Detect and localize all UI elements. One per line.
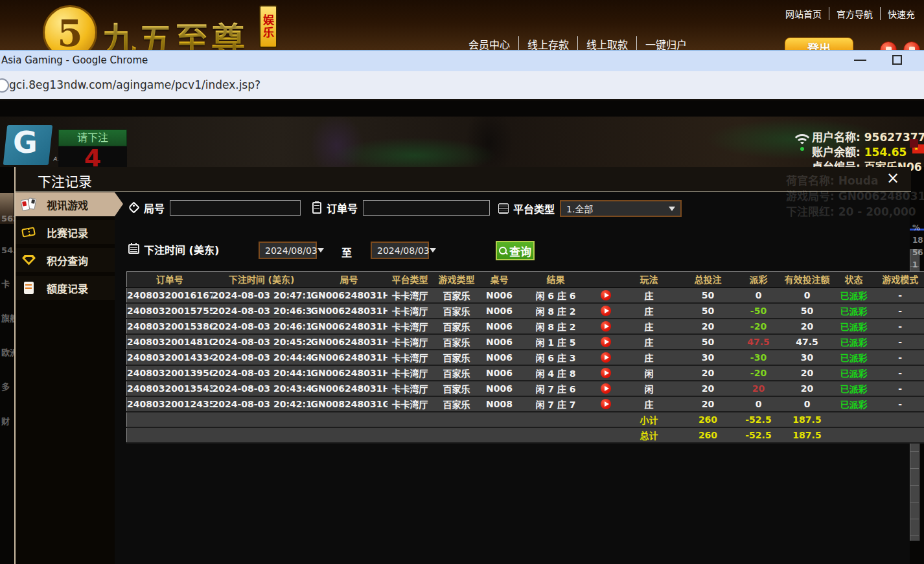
- top-link[interactable]: 快速充: [880, 7, 915, 20]
- wifi-signal-icon: [792, 134, 814, 151]
- tag-icon: [128, 201, 141, 214]
- logout-button[interactable]: 登出: [785, 38, 853, 50]
- total-row-cell-mode: [875, 427, 924, 443]
- play-video-icon[interactable]: [601, 306, 611, 316]
- play-cell: [594, 319, 618, 334]
- cards-icon: [21, 197, 38, 212]
- order-input[interactable]: [363, 200, 490, 216]
- site-brand-badge: 娱乐: [259, 5, 277, 48]
- top-link[interactable]: 官方导航: [829, 7, 873, 20]
- subtotal-row-cell-valid: 187.5: [781, 412, 833, 427]
- query-button[interactable]: 查询: [496, 241, 535, 260]
- nav-link[interactable]: 线上存款: [518, 36, 569, 50]
- cell-bet: 20: [680, 381, 736, 396]
- cell-table: N006: [481, 334, 518, 350]
- cell-mode: -: [875, 303, 924, 319]
- sidebar-tab-label: 视讯游戏: [47, 197, 88, 212]
- play-video-icon[interactable]: [601, 399, 611, 409]
- subtotal-row-cell-status: [833, 412, 875, 427]
- minimize-button[interactable]: [854, 60, 866, 61]
- cell-game: 百家乐: [433, 381, 481, 396]
- date-to-select[interactable]: 2024/08/03: [371, 242, 429, 259]
- time-filter-label: 下注时间 (美东): [144, 242, 219, 257]
- date-to-label: 至: [341, 244, 352, 260]
- sidebar-tab[interactable]: 视讯游戏: [16, 192, 115, 216]
- floating-service-icon[interactable]: [903, 41, 920, 50]
- cell-platform: 卡卡湾厅: [387, 350, 433, 365]
- modal-sidebar: 视讯游戏 比赛记录 积分查询 额度记录: [16, 192, 115, 564]
- maximize-button[interactable]: [892, 55, 902, 65]
- ticket-icon: [21, 225, 38, 240]
- left-edge-hints: 56254.卡旗舰厅欧洲厅多财: [1, 214, 14, 427]
- close-icon[interactable]: ×: [886, 170, 899, 186]
- countdown-value: 4: [58, 146, 127, 167]
- cell-game: 百家乐: [433, 319, 481, 334]
- cell-payout: 20: [736, 381, 781, 396]
- cell-mode: -: [875, 319, 924, 334]
- subtotal-row-cell-bet: 260: [680, 412, 736, 427]
- play-video-icon[interactable]: [601, 383, 611, 394]
- sidebar-tab[interactable]: 积分查询: [16, 248, 115, 272]
- cell-round: GN008248031GK: [311, 396, 387, 412]
- cell-payout: -50: [736, 303, 781, 319]
- top-link-list: 网站首页官方导航快速充: [785, 7, 915, 20]
- cell-playtype: 庄: [618, 319, 680, 334]
- nav-link[interactable]: 会员中心: [468, 36, 510, 50]
- cell-time: 2024-08-03 20:47:14: [213, 288, 311, 303]
- cell-order: 240803200143345: [127, 350, 213, 365]
- top-link[interactable]: 网站首页: [785, 7, 822, 20]
- nav-link[interactable]: 一键归户: [636, 36, 687, 50]
- cell-valid: 30: [781, 350, 833, 365]
- play-video-icon[interactable]: [601, 368, 611, 378]
- total-row-cell-time: [213, 427, 311, 443]
- background-hint-text: 欧洲厅: [1, 346, 14, 358]
- play-video-icon[interactable]: [601, 352, 611, 363]
- table-header-cell: 总投注: [680, 272, 736, 288]
- play-video-icon[interactable]: [601, 290, 611, 300]
- round-input[interactable]: [170, 200, 301, 216]
- cell-result: 闲 6 庄 6: [518, 288, 594, 303]
- subtotal-row-cell-platform: [387, 412, 433, 427]
- sidebar-tab-label: 积分查询: [47, 253, 88, 268]
- round-filter: 局号: [128, 200, 301, 216]
- nav-link[interactable]: 线上取款: [577, 36, 628, 50]
- cell-order: 240803200139561: [127, 365, 213, 381]
- site-brand-text: 九五至尊: [102, 13, 248, 50]
- play-cell: [594, 288, 618, 303]
- cell-game: 百家乐: [433, 365, 481, 381]
- subtotal-row-cell-time: [213, 412, 311, 427]
- play-video-icon[interactable]: [601, 321, 611, 332]
- cell-round: GN006248031HL: [311, 381, 387, 396]
- url-text[interactable]: gci.8eg13ndw.com/agingame/pcv1/index.jsp…: [9, 78, 260, 91]
- clipboard-icon: [310, 201, 323, 214]
- table-header-cell: 游戏模式: [875, 272, 924, 288]
- total-row-cell-order: [127, 427, 213, 443]
- cell-playtype: 庄: [618, 396, 680, 412]
- table-header-cell: 结果: [518, 272, 594, 288]
- cell-valid: 0: [781, 288, 833, 303]
- platform-select[interactable]: 1.全部: [560, 200, 682, 217]
- table-row: 2408032001243522024-08-03 20:42:12GN0082…: [127, 396, 924, 412]
- cell-status: 已派彩: [833, 350, 875, 365]
- cell-status: 已派彩: [833, 334, 875, 350]
- cell-platform: 卡卡湾厅: [387, 319, 433, 334]
- subtotal-row-cell-playtype: 小计: [618, 412, 680, 427]
- sidebar-tab[interactable]: 比赛记录: [16, 220, 115, 244]
- date-from-select[interactable]: 2024/08/03: [259, 242, 317, 259]
- username-row: 用户名称: 956273770: [812, 128, 924, 144]
- cell-round: GN006248031HN: [311, 350, 387, 365]
- play-video-icon[interactable]: [601, 337, 611, 347]
- round-filter-label: 局号: [144, 200, 165, 216]
- cell-playtype: 庄: [618, 350, 680, 365]
- cell-result: 闲 4 庄 8: [518, 365, 594, 381]
- platform-select-value: 1.全部: [566, 202, 593, 215]
- cell-game: 百家乐: [433, 303, 481, 319]
- cell-mode: -: [875, 288, 924, 303]
- floating-service-icon[interactable]: [880, 41, 897, 50]
- modal-titlebar: [16, 167, 911, 192]
- sidebar-tab-label: 额度记录: [47, 280, 88, 296]
- table-header-cell: 有效投注额: [781, 272, 833, 288]
- chevron-down-icon: [669, 207, 675, 211]
- platform-filter: 平台类型 1.全部: [497, 200, 682, 217]
- sidebar-tab[interactable]: 额度记录: [16, 276, 115, 300]
